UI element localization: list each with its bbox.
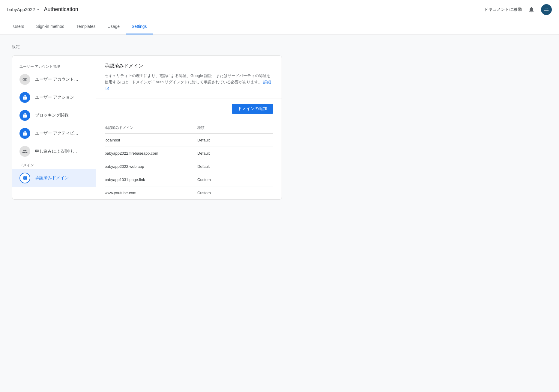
header-left: babyApp2022 Authentication — [7, 6, 484, 13]
person-icon — [22, 149, 28, 154]
doc-link[interactable]: ドキュメントに移動 — [484, 7, 522, 12]
settings-sidebar: ユーザー アカウント管理 ユーザー アカウント… ユーザー アクション — [12, 56, 96, 199]
sidebar-item-label-user-action: ユーザー アクション — [35, 95, 74, 100]
table-header-type: 種類 — [197, 122, 273, 134]
table-cell-type: Default — [197, 134, 273, 147]
table-cell-type: Default — [197, 160, 273, 173]
avatar[interactable]: ユ — [541, 4, 552, 15]
content-description: セキュリティ上の理由により、電話による認証、Google 認証、またはサードパー… — [105, 73, 273, 91]
tab-sign-in-method[interactable]: Sign-in method — [30, 19, 70, 34]
sidebar-item-user-account[interactable]: ユーザー アカウント… — [12, 70, 96, 88]
table-cell-domain: babyapp2022.firebaseapp.com — [105, 147, 197, 160]
table-cell-type: Custom — [197, 173, 273, 186]
external-link-icon — [105, 86, 109, 91]
table-row: www.youtube.comCustom — [105, 186, 273, 200]
sidebar-item-authorized-domain[interactable]: 承認済みドメイン — [12, 169, 96, 187]
table-actions-area: ドメインの追加 承認済みドメイン 種類 localhostDefaultbaby… — [96, 99, 282, 199]
grid-icon-wrapper — [19, 173, 30, 183]
lock-icon-wrapper-action — [19, 92, 30, 103]
sidebar-item-label-subscription: 申し込みによる割り… — [35, 149, 77, 154]
section-title: 設定 — [12, 44, 547, 49]
sidebar-group-label-domain: ドメイン — [12, 160, 96, 169]
sidebar-item-label-user-activity: ユーザー アクティビ… — [35, 131, 78, 136]
tab-settings[interactable]: Settings — [126, 19, 153, 34]
link-icon-wrapper — [19, 74, 30, 85]
sidebar-item-blocking-func[interactable]: ブロッキング関数 — [12, 106, 96, 124]
lock-icon-action — [22, 95, 28, 100]
main-content: 設定 ユーザー アカウント管理 ユーザー アカウント… — [0, 34, 559, 209]
table-cell-type: Default — [197, 147, 273, 160]
sidebar-item-label-user-account: ユーザー アカウント… — [35, 77, 78, 82]
table-row: babyapp2022.web.appDefault — [105, 160, 273, 173]
chevron-down-icon — [37, 9, 39, 10]
sidebar-item-user-activity[interactable]: ユーザー アクティビ… — [12, 124, 96, 142]
app-name-button[interactable]: babyApp2022 — [7, 7, 39, 12]
table-row: localhostDefault — [105, 134, 273, 147]
header-right: ドキュメントに移動 ユ — [484, 4, 552, 15]
table-cell-domain: babyapp1031.page.link — [105, 173, 197, 186]
tab-templates[interactable]: Templates — [70, 19, 102, 34]
nav-tabs: Users Sign-in method Templates Usage Set… — [0, 19, 559, 34]
lock-icon-blocking — [22, 113, 28, 118]
content-area: 承認済みドメイン セキュリティ上の理由により、電話による認証、Google 認証… — [96, 56, 282, 199]
detail-link[interactable]: 詳細 — [263, 80, 271, 84]
header: babyApp2022 Authentication ドキュメントに移動 ユ — [0, 0, 559, 19]
add-domain-button[interactable]: ドメインの追加 — [232, 104, 273, 114]
app-name-label: babyApp2022 — [7, 7, 35, 12]
person-icon-wrapper — [19, 146, 30, 157]
content-description-section: 承認済みドメイン セキュリティ上の理由により、電話による認証、Google 認証… — [96, 56, 282, 99]
table-header-domain: 承認済みドメイン — [105, 122, 197, 134]
lock-icon-activity — [22, 131, 28, 136]
table-cell-domain: www.youtube.com — [105, 186, 197, 200]
settings-card: ユーザー アカウント管理 ユーザー アカウント… ユーザー アクション — [12, 55, 282, 200]
page-title: Authentication — [44, 6, 78, 13]
domain-table: 承認済みドメイン 種類 localhostDefaultbabyapp2022.… — [105, 122, 273, 199]
grid-icon — [22, 175, 28, 181]
lock-icon-wrapper-blocking — [19, 110, 30, 121]
sidebar-group-label-account: ユーザー アカウント管理 — [12, 62, 96, 70]
lock-icon-wrapper-activity — [19, 128, 30, 139]
table-cell-type: Custom — [197, 186, 273, 200]
sidebar-item-subscription[interactable]: 申し込みによる割り… — [12, 142, 96, 160]
sidebar-item-label-blocking-func: ブロッキング関数 — [35, 113, 69, 118]
sidebar-item-user-action[interactable]: ユーザー アクション — [12, 88, 96, 106]
tab-users[interactable]: Users — [7, 19, 30, 34]
table-cell-domain: babyapp2022.web.app — [105, 160, 197, 173]
tab-usage[interactable]: Usage — [102, 19, 126, 34]
link-icon — [22, 77, 28, 82]
bell-icon[interactable] — [528, 6, 535, 13]
table-row: babyapp1031.page.linkCustom — [105, 173, 273, 186]
content-title: 承認済みドメイン — [105, 63, 273, 69]
sidebar-item-label-authorized-domain: 承認済みドメイン — [35, 175, 69, 181]
table-row: babyapp2022.firebaseapp.comDefault — [105, 147, 273, 160]
table-cell-domain: localhost — [105, 134, 197, 147]
